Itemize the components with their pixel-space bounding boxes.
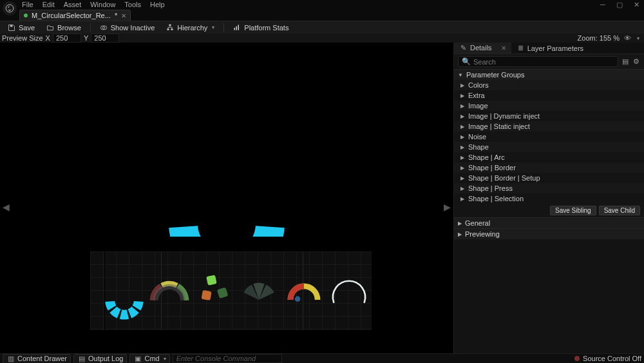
preview-size-label: Preview Size (2, 34, 43, 42)
param-group[interactable]: ▶Colors (454, 80, 644, 90)
filter-icon[interactable]: ▤ (621, 57, 629, 66)
toolbar: Save Browse Show Inactive Hierarchy ▾ Pl… (0, 21, 644, 34)
tab-details-label: Details (470, 44, 492, 52)
param-group[interactable]: ▶Shape (454, 142, 644, 152)
details-search-input[interactable] (473, 58, 614, 66)
expand-icon: ▶ (460, 93, 464, 99)
details-tab-bar: ✎ Details ✕ ≣ Layer Parameters (454, 43, 644, 54)
expand-icon: ▶ (460, 113, 464, 119)
svg-rect-10 (206, 275, 217, 286)
menu-window[interactable]: Window (90, 1, 115, 8)
viewport-prev-icon[interactable]: ◀ (1, 198, 11, 216)
section-parameter-groups-label: Parameter Groups (466, 71, 524, 79)
param-group[interactable]: ▶Shape | Selection (454, 193, 644, 204)
section-parameter-groups[interactable]: ▼ Parameter Groups (454, 69, 644, 80)
thumb-white-ring[interactable] (327, 251, 372, 330)
content-drawer-button[interactable]: ▥ Content Drawer (3, 354, 71, 364)
viewport-next-icon[interactable]: ▶ (442, 198, 452, 216)
section-previewing[interactable]: ▶ Previewing (454, 228, 644, 239)
tab-close-icon[interactable]: ✕ (121, 12, 126, 19)
console-input[interactable]: Enter Console Command (173, 354, 282, 363)
parameter-groups-list: ▶Colors▶Extra▶Image▶Image | Dynamic inje… (454, 80, 644, 204)
expand-icon: ▶ (460, 134, 464, 140)
window-controls: ─ ▢ ✕ (599, 1, 640, 8)
status-bar: ▥ Content Drawer ▤ Output Log ▣ Cmd ▾ En… (0, 353, 644, 363)
param-group[interactable]: ▶Image | Dynamic inject (454, 111, 644, 121)
preview-x-label: X (46, 34, 50, 42)
param-group[interactable]: ▶Extra (454, 90, 644, 101)
save-icon (8, 24, 15, 32)
param-group[interactable]: ▶Noise (454, 132, 644, 142)
param-group[interactable]: ▶Shape | Border (454, 162, 644, 173)
tab-layer-parameters[interactable]: ≣ Layer Parameters (511, 43, 589, 54)
hierarchy-button[interactable]: Hierarchy ▾ (162, 23, 218, 33)
preview-x-input[interactable]: 250 (53, 34, 81, 43)
thumb-gradient-arc[interactable] (281, 251, 327, 330)
menu-asset[interactable]: Asset (64, 1, 82, 8)
settings-icon[interactable]: ⚙ (632, 57, 640, 66)
tab-details[interactable]: ✎ Details ✕ (454, 43, 511, 54)
save-sibling-button[interactable]: Save Sibling (550, 206, 596, 215)
menu-help[interactable]: Help (150, 1, 165, 8)
tab-close-icon[interactable]: ✕ (501, 44, 506, 52)
param-group-label: Image | Dynamic inject (468, 112, 540, 120)
param-group[interactable]: ▶Shape | Arc (454, 152, 644, 162)
hierarchy-label: Hierarchy (177, 24, 207, 32)
menu-edit[interactable]: Edit (43, 1, 55, 8)
menu-tools[interactable]: Tools (124, 1, 141, 8)
expand-icon: ▶ (460, 144, 464, 150)
param-group[interactable]: ▶Image | Static inject (454, 121, 644, 132)
preview-y-input[interactable]: 250 (91, 34, 119, 43)
close-icon[interactable]: ✕ (632, 1, 640, 8)
material-viewport[interactable]: ◀ ▶ (0, 43, 453, 353)
svg-point-0 (6, 5, 14, 12)
param-group-label: Shape | Arc (468, 153, 505, 161)
menu-file[interactable]: File (22, 1, 33, 8)
section-general[interactable]: ▶ General (454, 217, 644, 228)
platform-stats-label: Platform Stats (244, 24, 289, 32)
layers-icon: ≣ (516, 44, 525, 52)
param-group[interactable]: ▶Shape | Press (454, 183, 644, 193)
show-inactive-icon (100, 24, 108, 32)
browse-label: Browse (57, 24, 81, 32)
platform-stats-button[interactable]: Platform Stats (229, 23, 292, 33)
thumb-segmented-arc[interactable] (147, 251, 192, 330)
param-group-label: Colors (468, 81, 489, 89)
save-child-button[interactable]: Save Child (599, 206, 640, 215)
preview-size-bar: Preview Size X 250 Y 250 Zoom: 155 % 👁 ▾ (0, 34, 644, 43)
section-previewing-label: Previewing (465, 230, 500, 238)
maximize-icon[interactable]: ▢ (616, 1, 623, 8)
toolbar-separator (90, 23, 91, 32)
arc-preview (162, 153, 291, 237)
title-bar: File Edit Asset Window Tools Help ─ ▢ ✕ (0, 0, 644, 9)
zoom-readout: Zoom: 155 % (578, 34, 620, 42)
details-panel: ✎ Details ✕ ≣ Layer Parameters 🔍 ▤ ⚙ ▼ P… (453, 43, 644, 353)
save-button[interactable]: Save (4, 23, 39, 33)
svg-point-13 (295, 296, 301, 302)
minimize-icon[interactable]: ─ (599, 1, 607, 8)
thumb-fan-dark[interactable] (236, 251, 281, 330)
thumb-icon-pile[interactable] (192, 251, 237, 330)
source-control-label[interactable]: Source Control Off (583, 355, 641, 362)
unreal-logo-icon[interactable] (3, 1, 17, 15)
chevron-down-icon[interactable]: ▾ (637, 35, 639, 41)
details-search[interactable]: 🔍 (458, 56, 618, 67)
show-inactive-button[interactable]: Show Inactive (96, 23, 158, 33)
svg-rect-7 (234, 28, 236, 30)
output-log-button[interactable]: ▤ Output Log (73, 354, 127, 364)
cmd-label: Cmd (144, 355, 159, 362)
browse-button[interactable]: Browse (43, 23, 85, 33)
thumb-cyan-arc[interactable] (102, 251, 147, 330)
param-group[interactable]: ▶Shape | Border | Setup (454, 173, 644, 183)
cmd-selector[interactable]: ▣ Cmd ▾ (129, 354, 169, 364)
expand-icon: ▶ (460, 124, 464, 130)
svg-rect-4 (169, 24, 171, 25)
param-group-label: Shape (468, 143, 489, 151)
view-options-icon[interactable]: 👁 (623, 34, 632, 43)
param-group[interactable]: ▶Image (454, 101, 644, 111)
document-tab[interactable]: M_CircularSelector_Re... * ✕ (19, 10, 131, 21)
svg-rect-5 (167, 28, 169, 30)
expand-icon: ▶ (458, 221, 462, 226)
toolbar-separator (223, 23, 224, 32)
save-buttons-row: Save Sibling Save Child (454, 204, 644, 217)
